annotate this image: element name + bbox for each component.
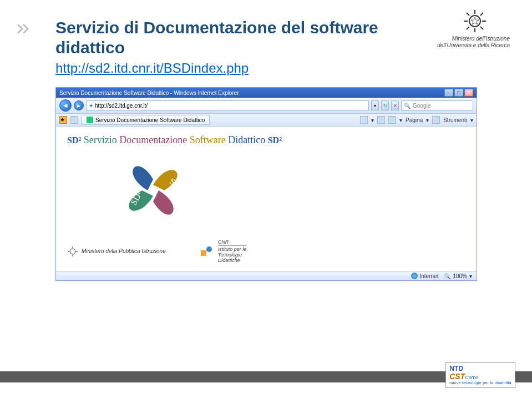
address-text: http://sd2.itd.ge.cnr.it/ [95, 103, 148, 109]
forward-button[interactable]: ► [74, 100, 84, 110]
svg-line-5 [467, 13, 469, 16]
address-dropdown[interactable]: ▾ [371, 100, 379, 110]
back-button[interactable]: ◄ [59, 99, 72, 112]
sd2-badge-right: SD² [268, 135, 282, 145]
zone-label: Internet [420, 273, 439, 279]
footer-cst: CST [449, 372, 465, 381]
close-button[interactable]: ✕ [464, 89, 473, 97]
tools-icon[interactable] [432, 116, 440, 124]
home-icon[interactable] [360, 116, 368, 124]
tools-menu[interactable]: Strumenti [443, 117, 467, 123]
svg-point-20 [206, 246, 212, 252]
ministero-label: Ministero della Pubblica Istruzione [82, 248, 166, 254]
window-title: Servizio Documentazione Software Didatti… [59, 90, 239, 96]
cnr-label: CNR [218, 239, 247, 246]
ministry-line1: Ministero dell'Istruzione [437, 36, 510, 42]
footer-ntd: NTD [449, 365, 463, 372]
toolbar-sep2: ▾ [399, 117, 402, 123]
slide-title-line1: Servizio di Documentazione del software [55, 17, 499, 38]
print-icon[interactable] [388, 116, 396, 124]
sd2-logo: SD² SD² SD² SD² [112, 152, 195, 229]
search-placeholder: Google [413, 103, 430, 109]
sd2-badge-left: SD² [67, 135, 81, 145]
browser-titlebar: Servizio Documentazione Software Didatti… [56, 88, 477, 98]
itd-line3: Didattiche [218, 258, 247, 263]
itd-line2: Tecnologie [218, 252, 247, 258]
window-controls: – □ ✕ [444, 89, 473, 97]
svg-line-7 [467, 27, 469, 29]
feed-icon[interactable] [377, 116, 385, 124]
sd2-word2: Documentazione [119, 134, 187, 145]
toolbar-sep4: ▾ [470, 117, 473, 123]
address-bar[interactable]: ✦ http://sd2.itd.ge.cnr.it/ [86, 100, 369, 110]
browser-navbar: ◄ ► ✦ http://sd2.itd.ge.cnr.it/ ▾ ↻ ✕ 🔍 … [56, 98, 477, 114]
tab-favicon [87, 117, 93, 123]
maximize-button[interactable]: □ [454, 89, 463, 97]
svg-line-6 [480, 27, 483, 29]
stop-button[interactable]: ✕ [391, 100, 399, 110]
svg-line-8 [480, 13, 483, 16]
refresh-button[interactable]: ↻ [381, 100, 389, 110]
state-emblem [462, 8, 488, 36]
browser-statusbar: Internet 🔍 100% ▾ [56, 271, 477, 280]
zoom-drop: ▾ [469, 273, 472, 279]
sd2-word4: Didattico [228, 134, 265, 145]
toolbar-sep3: ▾ [426, 117, 429, 123]
bullet-icon [17, 22, 33, 36]
zoom-icon: 🔍 [444, 273, 450, 279]
svg-point-14 [70, 249, 75, 254]
cnr-block: CNR Istituto per le Tecnologie Didattich… [199, 239, 247, 263]
sd2-word3: Software [190, 134, 226, 145]
zoom-control[interactable]: 🔍 100% ▾ [444, 273, 472, 279]
footer-como: Como [465, 375, 478, 380]
toolbar-sep1: ▾ [371, 117, 374, 123]
search-box[interactable]: 🔍 Google [401, 100, 473, 110]
footer-subtitle: nuove tecnologie per la disabilità [449, 381, 511, 385]
itd-icon [199, 245, 215, 258]
favorites-icon[interactable]: ★ [59, 116, 67, 124]
sd2-word1: Servizio [84, 134, 117, 145]
slide-title-line2: didattico [55, 38, 499, 57]
zoom-value: 100% [453, 273, 467, 279]
footer-logo: NTD CSTComo nuove tecnologie per la disa… [445, 362, 515, 388]
globe-icon [411, 273, 418, 279]
browser-tab[interactable]: Servizio Documentazione Software Didatti… [82, 115, 210, 125]
slide-link[interactable]: http://sd2.itd.cnr.it/BSDindex.php [55, 61, 249, 76]
sd2-heading: SD² Servizio Documentazione Software Did… [67, 134, 465, 146]
page-content: SD² Servizio Documentazione Software Did… [56, 127, 477, 271]
tab-label: Servizio Documentazione Software Didatti… [95, 117, 205, 123]
browser-window: Servizio Documentazione Software Didatti… [55, 87, 477, 281]
toolbar-right: ▾ ▾ Pagina ▾ Strumenti ▾ [360, 116, 473, 124]
page-icon: ✦ [89, 103, 93, 109]
mini-emblem-icon [67, 246, 78, 257]
ministry-label: Ministero dell'Istruzione dell'Universit… [437, 36, 510, 49]
browser-tabrow: ★ Servizio Documentazione Software Didat… [56, 114, 477, 127]
search-icon: 🔍 [404, 103, 411, 109]
page-menu[interactable]: Pagina [406, 117, 423, 123]
minimize-button[interactable]: – [444, 89, 453, 97]
content-footer: Ministero della Pubblica Istruzione CNR … [67, 239, 465, 263]
svg-rect-19 [201, 250, 206, 256]
ministry-line2: dell'Università e della Ricerca [437, 42, 510, 49]
addfav-icon[interactable] [70, 116, 78, 124]
svg-marker-9 [471, 17, 479, 24]
itd-line1: Istituto per le [218, 246, 247, 252]
security-zone: Internet [411, 273, 439, 279]
